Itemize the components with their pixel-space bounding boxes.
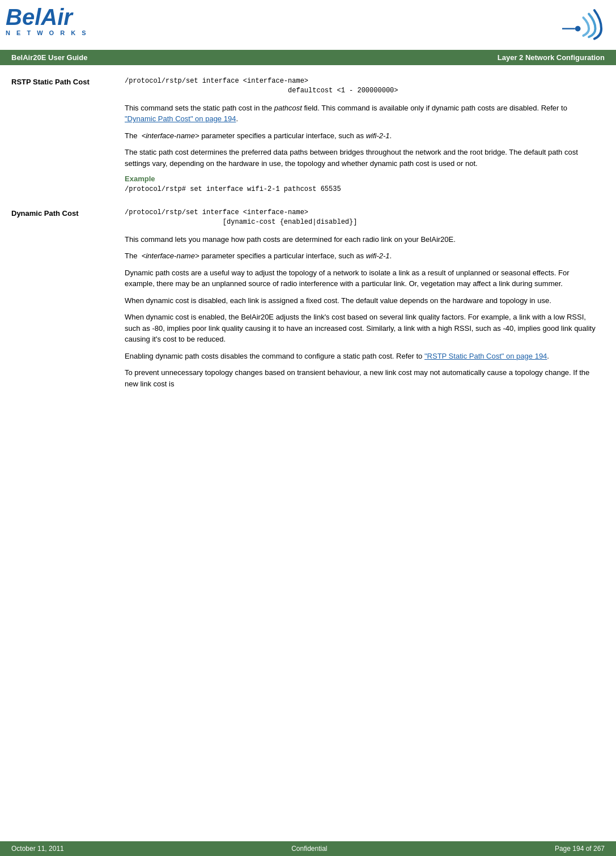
dynamic-section: Dynamic Path Cost /protocol/rstp/set int…: [11, 208, 599, 395]
dynamic-content-col: /protocol/rstp/set interface <interface-…: [125, 208, 599, 395]
header-bar-left: BelAir20E User Guide: [11, 53, 87, 62]
rstp-example-section: Example /protocol/rstp# set interface wi…: [125, 174, 599, 193]
rstp-para-3: The static path cost determines the pref…: [125, 147, 599, 169]
footer-bar: October 11, 2011 Confidential Page 194 o…: [0, 841, 616, 856]
example-code: /protocol/rstp# set interface wifi-2-1 p…: [125, 185, 599, 193]
interface-name-term-1: <interface-name>: [142, 131, 199, 140]
interface-name-term-2: <interface-name>: [142, 252, 199, 260]
dynamic-para-7: To prevent unnecessary topology changes …: [125, 367, 599, 389]
rstp-content-col: /protocol/rstp/set interface <interface-…: [125, 76, 599, 200]
example-heading: Example: [125, 174, 599, 183]
footer-confidential: Confidential: [64, 845, 555, 853]
dynamic-para-6: Enabling dynamic path costs disables the…: [125, 351, 599, 362]
pathcost-term: pathcost: [274, 104, 302, 112]
belair-logo: BelAir: [6, 6, 88, 28]
dynamic-para-2: The <interface-name> parameter specifies…: [125, 250, 599, 262]
header-bar-right: Layer 2 Network Configuration: [498, 53, 605, 62]
rstp-static-link[interactable]: "RSTP Static Path Cost" on page 194: [424, 352, 547, 360]
dynamic-para-3: Dynamic path costs are a useful way to a…: [125, 267, 599, 289]
dynamic-para-1: This command lets you manage how path co…: [125, 234, 599, 245]
main-content: RSTP Static Path Cost /protocol/rstp/set…: [0, 65, 616, 448]
header-bar: BelAir20E User Guide Layer 2 Network Con…: [0, 50, 616, 65]
dynamic-path-cost-link[interactable]: "Dynamic Path Cost" on page 194: [125, 114, 236, 123]
wifi-term-1: wifi-2-1: [366, 131, 390, 140]
footer-wrapper: October 11, 2011 Confidential Page 194 o…: [0, 843, 616, 856]
wifi-term-2: wifi-2-1: [366, 252, 390, 260]
svg-point-0: [575, 26, 581, 32]
rstp-section: RSTP Static Path Cost /protocol/rstp/set…: [11, 76, 599, 200]
dynamic-code-block: /protocol/rstp/set interface <interface-…: [125, 208, 599, 227]
dynamic-section-label: Dynamic Path Cost: [11, 209, 78, 218]
rstp-label-col: RSTP Static Path Cost: [11, 76, 125, 200]
rstp-para-1: This command sets the static path cost i…: [125, 103, 599, 125]
footer-page: Page 194 of 267: [555, 845, 605, 853]
rstp-section-label: RSTP Static Path Cost: [11, 78, 90, 86]
footer-date: October 11, 2011: [11, 845, 64, 853]
dynamic-label-col: Dynamic Path Cost: [11, 208, 125, 395]
logo-area: BelAir N E T W O R K S: [6, 6, 88, 36]
page-header: BelAir N E T W O R K S: [0, 0, 616, 50]
networks-label: N E T W O R K S: [6, 29, 88, 36]
dynamic-para-4: When dynamic cost is disabled, each link…: [125, 295, 599, 306]
header-logo-icon: [556, 6, 605, 44]
rstp-code-block: /protocol/rstp/set interface <interface-…: [125, 76, 599, 96]
dynamic-para-5: When dynamic cost is enabled, the BelAir…: [125, 312, 599, 345]
rstp-para-2: The <interface-name> parameter specifies…: [125, 130, 599, 142]
